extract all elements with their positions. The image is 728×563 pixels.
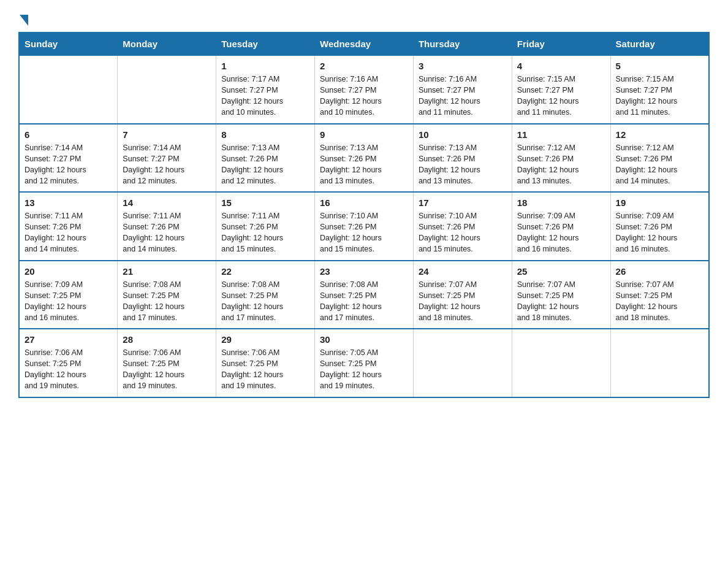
calendar-cell: 23Sunrise: 7:08 AM Sunset: 7:25 PM Dayli… bbox=[315, 261, 414, 329]
calendar-cell: 25Sunrise: 7:07 AM Sunset: 7:25 PM Dayli… bbox=[512, 261, 610, 329]
calendar-cell: 15Sunrise: 7:11 AM Sunset: 7:26 PM Dayli… bbox=[216, 192, 315, 261]
day-number: 15 bbox=[221, 197, 309, 208]
page-header bbox=[18, 12, 710, 26]
calendar-cell: 7Sunrise: 7:14 AM Sunset: 7:27 PM Daylig… bbox=[118, 124, 216, 193]
day-number: 25 bbox=[517, 266, 605, 277]
weekday-header-thursday: Thursday bbox=[413, 33, 512, 56]
day-info: Sunrise: 7:08 AM Sunset: 7:25 PM Dayligh… bbox=[221, 279, 309, 324]
calendar-cell: 12Sunrise: 7:12 AM Sunset: 7:26 PM Dayli… bbox=[610, 124, 709, 193]
weekday-header-tuesday: Tuesday bbox=[216, 33, 315, 56]
calendar-cell: 8Sunrise: 7:13 AM Sunset: 7:26 PM Daylig… bbox=[216, 124, 315, 193]
day-number: 3 bbox=[419, 61, 507, 71]
calendar-cell bbox=[118, 56, 216, 124]
day-number: 18 bbox=[517, 197, 605, 208]
day-info: Sunrise: 7:06 AM Sunset: 7:25 PM Dayligh… bbox=[25, 347, 112, 392]
calendar-cell: 27Sunrise: 7:06 AM Sunset: 7:25 PM Dayli… bbox=[19, 329, 118, 397]
day-info: Sunrise: 7:15 AM Sunset: 7:27 PM Dayligh… bbox=[517, 74, 605, 118]
logo-arrow-icon bbox=[20, 15, 28, 26]
day-number: 9 bbox=[320, 129, 408, 140]
day-number: 13 bbox=[25, 197, 112, 208]
calendar-cell: 29Sunrise: 7:06 AM Sunset: 7:25 PM Dayli… bbox=[216, 329, 315, 397]
calendar-cell: 30Sunrise: 7:05 AM Sunset: 7:25 PM Dayli… bbox=[315, 329, 414, 397]
calendar-cell: 10Sunrise: 7:13 AM Sunset: 7:26 PM Dayli… bbox=[413, 124, 512, 193]
day-number: 16 bbox=[320, 197, 408, 208]
day-info: Sunrise: 7:13 AM Sunset: 7:26 PM Dayligh… bbox=[221, 142, 309, 187]
day-number: 19 bbox=[616, 197, 703, 208]
day-info: Sunrise: 7:10 AM Sunset: 7:26 PM Dayligh… bbox=[320, 210, 408, 255]
calendar-cell: 19Sunrise: 7:09 AM Sunset: 7:26 PM Dayli… bbox=[610, 192, 709, 261]
day-number: 14 bbox=[123, 197, 211, 208]
weekday-header-wednesday: Wednesday bbox=[315, 33, 414, 56]
calendar-header-row: SundayMondayTuesdayWednesdayThursdayFrid… bbox=[19, 33, 709, 56]
day-number: 22 bbox=[221, 266, 309, 277]
day-info: Sunrise: 7:05 AM Sunset: 7:25 PM Dayligh… bbox=[320, 347, 408, 392]
calendar-cell: 26Sunrise: 7:07 AM Sunset: 7:25 PM Dayli… bbox=[610, 261, 709, 329]
day-info: Sunrise: 7:14 AM Sunset: 7:27 PM Dayligh… bbox=[25, 142, 112, 187]
day-number: 2 bbox=[320, 61, 408, 71]
calendar-cell: 5Sunrise: 7:15 AM Sunset: 7:27 PM Daylig… bbox=[610, 56, 709, 124]
day-info: Sunrise: 7:06 AM Sunset: 7:25 PM Dayligh… bbox=[221, 347, 309, 392]
calendar-cell bbox=[19, 56, 118, 124]
day-number: 4 bbox=[517, 61, 605, 71]
day-number: 7 bbox=[123, 129, 211, 140]
calendar-cell: 20Sunrise: 7:09 AM Sunset: 7:25 PM Dayli… bbox=[19, 261, 118, 329]
calendar-cell: 17Sunrise: 7:10 AM Sunset: 7:26 PM Dayli… bbox=[413, 192, 512, 261]
day-info: Sunrise: 7:11 AM Sunset: 7:26 PM Dayligh… bbox=[123, 210, 211, 255]
day-number: 29 bbox=[221, 334, 309, 345]
day-number: 11 bbox=[517, 129, 605, 140]
weekday-header-sunday: Sunday bbox=[19, 33, 118, 56]
day-info: Sunrise: 7:16 AM Sunset: 7:27 PM Dayligh… bbox=[320, 74, 408, 118]
calendar-cell: 18Sunrise: 7:09 AM Sunset: 7:26 PM Dayli… bbox=[512, 192, 610, 261]
day-number: 24 bbox=[419, 266, 507, 277]
calendar-week-row: 6Sunrise: 7:14 AM Sunset: 7:27 PM Daylig… bbox=[19, 124, 709, 193]
weekday-header-monday: Monday bbox=[118, 33, 216, 56]
day-info: Sunrise: 7:15 AM Sunset: 7:27 PM Dayligh… bbox=[616, 74, 703, 118]
day-number: 23 bbox=[320, 266, 408, 277]
day-info: Sunrise: 7:11 AM Sunset: 7:26 PM Dayligh… bbox=[221, 210, 309, 255]
day-info: Sunrise: 7:08 AM Sunset: 7:25 PM Dayligh… bbox=[320, 279, 408, 324]
calendar-cell: 1Sunrise: 7:17 AM Sunset: 7:27 PM Daylig… bbox=[216, 56, 315, 124]
day-number: 1 bbox=[221, 61, 309, 71]
calendar-cell bbox=[610, 329, 709, 397]
calendar-cell: 2Sunrise: 7:16 AM Sunset: 7:27 PM Daylig… bbox=[315, 56, 414, 124]
day-number: 5 bbox=[616, 61, 703, 71]
calendar-cell: 21Sunrise: 7:08 AM Sunset: 7:25 PM Dayli… bbox=[118, 261, 216, 329]
day-number: 6 bbox=[25, 129, 112, 140]
day-number: 28 bbox=[123, 334, 211, 345]
calendar-week-row: 13Sunrise: 7:11 AM Sunset: 7:26 PM Dayli… bbox=[19, 192, 709, 261]
day-info: Sunrise: 7:14 AM Sunset: 7:27 PM Dayligh… bbox=[123, 142, 211, 187]
day-info: Sunrise: 7:07 AM Sunset: 7:25 PM Dayligh… bbox=[419, 279, 507, 324]
calendar-week-row: 1Sunrise: 7:17 AM Sunset: 7:27 PM Daylig… bbox=[19, 56, 709, 124]
day-info: Sunrise: 7:09 AM Sunset: 7:26 PM Dayligh… bbox=[517, 210, 605, 255]
day-number: 10 bbox=[419, 129, 507, 140]
day-info: Sunrise: 7:17 AM Sunset: 7:27 PM Dayligh… bbox=[221, 74, 309, 118]
day-info: Sunrise: 7:06 AM Sunset: 7:25 PM Dayligh… bbox=[123, 347, 211, 392]
calendar-cell: 28Sunrise: 7:06 AM Sunset: 7:25 PM Dayli… bbox=[118, 329, 216, 397]
logo bbox=[18, 12, 28, 26]
day-info: Sunrise: 7:08 AM Sunset: 7:25 PM Dayligh… bbox=[123, 279, 211, 324]
day-number: 30 bbox=[320, 334, 408, 345]
day-info: Sunrise: 7:10 AM Sunset: 7:26 PM Dayligh… bbox=[419, 210, 507, 255]
calendar-cell: 16Sunrise: 7:10 AM Sunset: 7:26 PM Dayli… bbox=[315, 192, 414, 261]
day-number: 27 bbox=[25, 334, 112, 345]
day-info: Sunrise: 7:07 AM Sunset: 7:25 PM Dayligh… bbox=[517, 279, 605, 324]
calendar-cell: 22Sunrise: 7:08 AM Sunset: 7:25 PM Dayli… bbox=[216, 261, 315, 329]
calendar-week-row: 27Sunrise: 7:06 AM Sunset: 7:25 PM Dayli… bbox=[19, 329, 709, 397]
weekday-header-saturday: Saturday bbox=[610, 33, 709, 56]
calendar-cell: 11Sunrise: 7:12 AM Sunset: 7:26 PM Dayli… bbox=[512, 124, 610, 193]
calendar-cell bbox=[512, 329, 610, 397]
calendar-table: SundayMondayTuesdayWednesdayThursdayFrid… bbox=[18, 32, 710, 398]
calendar-cell bbox=[413, 329, 512, 397]
day-info: Sunrise: 7:09 AM Sunset: 7:26 PM Dayligh… bbox=[616, 210, 703, 255]
calendar-week-row: 20Sunrise: 7:09 AM Sunset: 7:25 PM Dayli… bbox=[19, 261, 709, 329]
day-number: 17 bbox=[419, 197, 507, 208]
calendar-cell: 14Sunrise: 7:11 AM Sunset: 7:26 PM Dayli… bbox=[118, 192, 216, 261]
day-info: Sunrise: 7:13 AM Sunset: 7:26 PM Dayligh… bbox=[419, 142, 507, 187]
day-number: 12 bbox=[616, 129, 703, 140]
calendar-cell: 13Sunrise: 7:11 AM Sunset: 7:26 PM Dayli… bbox=[19, 192, 118, 261]
day-info: Sunrise: 7:09 AM Sunset: 7:25 PM Dayligh… bbox=[25, 279, 112, 324]
calendar-cell: 24Sunrise: 7:07 AM Sunset: 7:25 PM Dayli… bbox=[413, 261, 512, 329]
day-info: Sunrise: 7:12 AM Sunset: 7:26 PM Dayligh… bbox=[616, 142, 703, 187]
day-info: Sunrise: 7:16 AM Sunset: 7:27 PM Dayligh… bbox=[419, 74, 507, 118]
day-info: Sunrise: 7:11 AM Sunset: 7:26 PM Dayligh… bbox=[25, 210, 112, 255]
